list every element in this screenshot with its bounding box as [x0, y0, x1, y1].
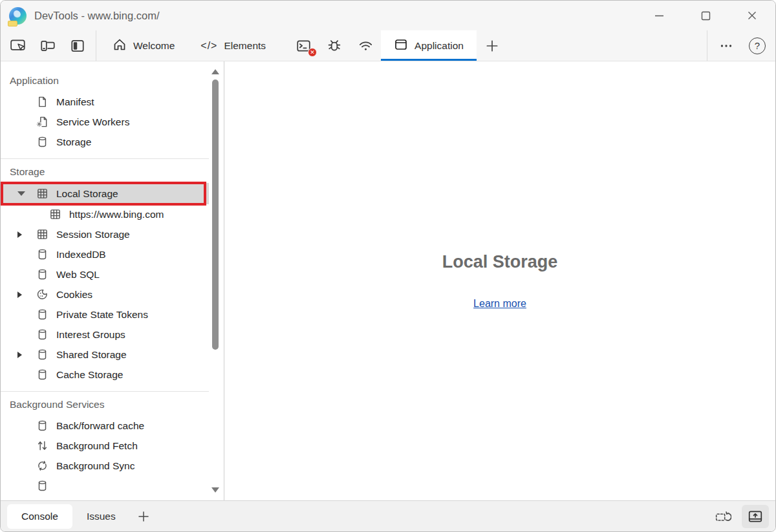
section-header-storage: Storage: [1, 159, 209, 183]
sync-icon: [36, 460, 49, 472]
item-label: Interest Groups: [56, 329, 125, 341]
cookie-icon: [36, 288, 49, 301]
item-label: Private State Tokens: [56, 309, 148, 321]
section-header-application: Application: [1, 68, 209, 92]
dock-side-button[interactable]: [63, 30, 92, 61]
add-tab-button[interactable]: [477, 30, 508, 61]
device-emulation-button[interactable]: [33, 30, 63, 61]
devtools-toolbar: Welcome </> Elements ✕: [1, 30, 775, 61]
table-icon: [36, 228, 49, 240]
expander-slot: [17, 352, 36, 358]
scroll-up-icon[interactable]: [211, 69, 219, 74]
sidebar-item-session-storage[interactable]: Session Storage: [1, 224, 209, 244]
database-icon: [36, 136, 49, 148]
close-button[interactable]: [729, 1, 775, 30]
add-drawer-tab-button[interactable]: [130, 505, 157, 528]
learn-more-link[interactable]: Learn more: [473, 298, 526, 310]
section-header-background-services: Background Services: [1, 392, 209, 416]
tab-issues[interactable]: Issues: [72, 504, 130, 529]
sidebar-item-partially-visible[interactable]: [1, 476, 209, 496]
service-worker-icon: [36, 116, 49, 128]
tab-application[interactable]: Application: [381, 30, 477, 61]
expander-slot: [17, 292, 36, 298]
document-icon: [36, 96, 49, 108]
sidebar-item-cache-storage[interactable]: Cache Storage: [1, 365, 209, 385]
item-label: Manifest: [56, 96, 94, 108]
console-panel-button[interactable]: ✕: [288, 30, 319, 61]
tab-elements-label: Elements: [224, 40, 266, 52]
drawer-bar: Console Issues: [1, 500, 775, 531]
item-label: Background Sync: [56, 460, 135, 472]
tab-console[interactable]: Console: [7, 504, 72, 529]
item-label: Local Storage: [56, 188, 118, 200]
database-icon: [36, 268, 49, 281]
database-icon: [36, 348, 49, 361]
sidebar-item-local-storage-origin[interactable]: https://www.bing.com: [1, 204, 209, 224]
network-wifi-button[interactable]: [350, 30, 381, 61]
sidebar-item-back-forward-cache[interactable]: Back/forward cache: [1, 416, 209, 436]
panel-heading: Local Storage: [442, 252, 558, 272]
sidebar-item-web-sql[interactable]: Web SQL: [1, 264, 209, 284]
item-label: IndexedDB: [56, 249, 106, 261]
error-badge: ✕: [308, 48, 317, 57]
item-label: https://www.bing.com: [69, 209, 164, 220]
sidebar-item-service-workers[interactable]: Service Workers: [1, 112, 209, 132]
sidebar-item-cookies[interactable]: Cookies: [1, 284, 209, 304]
help-button[interactable]: ?: [742, 30, 773, 61]
sidebar-item-indexeddb[interactable]: IndexedDB: [1, 244, 209, 264]
item-label: Web SQL: [56, 269, 100, 281]
scrollbar-thumb[interactable]: [212, 80, 219, 350]
expand-panel-button[interactable]: [742, 505, 769, 528]
item-label: Cookies: [56, 289, 92, 301]
window-controls: [636, 1, 775, 30]
scroll-down-icon[interactable]: [211, 487, 219, 493]
toolbar-separator: [707, 30, 707, 61]
item-label: Storage: [56, 136, 91, 148]
expander-collapsed-icon[interactable]: [17, 231, 22, 238]
debug-bug-button[interactable]: [319, 30, 350, 61]
title-bar: DevTools - www.bing.com/: [1, 1, 775, 30]
drawer-right-group: [709, 505, 769, 528]
application-sidebar: Application Manifest: [1, 61, 224, 500]
expander-collapsed-icon[interactable]: [17, 292, 22, 298]
active-tab-indicator: [381, 59, 477, 61]
toolbar-right-group: ?: [704, 30, 775, 61]
table-icon: [48, 208, 62, 220]
sidebar-item-interest-groups[interactable]: Interest Groups: [1, 325, 209, 345]
item-label: Session Storage: [56, 229, 130, 240]
minimize-button[interactable]: [636, 1, 682, 30]
expander-slot: [17, 191, 36, 196]
sidebar-item-background-sync[interactable]: Background Sync: [1, 456, 209, 476]
tab-application-label: Application: [415, 40, 464, 52]
sidebar-item-storage[interactable]: Storage: [1, 132, 209, 152]
inspect-element-button[interactable]: [3, 30, 33, 61]
sidebar-item-manifest[interactable]: Manifest: [1, 92, 209, 112]
table-icon: [36, 187, 49, 200]
sidebar-item-local-storage[interactable]: Local Storage: [1, 183, 209, 204]
window-title: DevTools - www.bing.com/: [34, 10, 159, 22]
tab-welcome-label: Welcome: [133, 40, 175, 52]
more-options-button[interactable]: [711, 30, 742, 61]
item-label: Service Workers: [56, 116, 129, 128]
database-icon: [36, 308, 49, 321]
expander-expanded-icon[interactable]: [17, 191, 25, 196]
expander-slot: [17, 231, 36, 238]
item-label: Shared Storage: [56, 349, 127, 361]
tab-elements[interactable]: </> Elements: [188, 30, 279, 61]
expander-collapsed-icon[interactable]: [17, 352, 22, 358]
maximize-button[interactable]: [682, 1, 729, 30]
fetch-arrows-icon: [36, 440, 49, 452]
sidebar-scrollbar[interactable]: [210, 64, 221, 498]
tab-welcome[interactable]: Welcome: [100, 30, 188, 61]
restore-drawer-button[interactable]: [709, 505, 737, 528]
sidebar-item-private-state-tokens[interactable]: Private State Tokens: [1, 304, 209, 325]
home-icon: [113, 37, 127, 54]
devtools-beta-badge: [8, 21, 17, 27]
application-window-icon: [394, 37, 408, 54]
toolbar-separator: [96, 30, 96, 61]
code-icon: </>: [200, 40, 217, 52]
sidebar-item-background-fetch[interactable]: Background Fetch: [1, 436, 209, 456]
sidebar-item-shared-storage[interactable]: Shared Storage: [1, 345, 209, 365]
local-storage-panel: Local Storage Learn more: [224, 61, 775, 500]
edge-devtools-logo-icon: [9, 7, 27, 25]
